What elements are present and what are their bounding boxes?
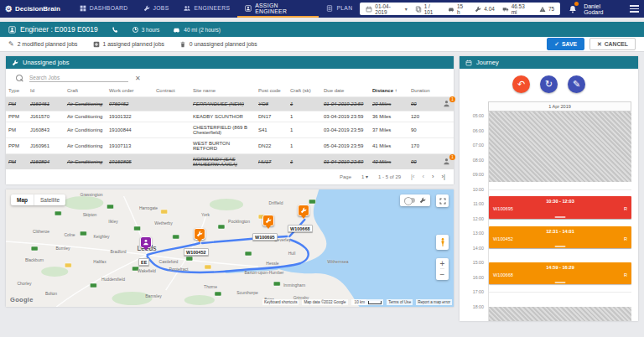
resize-handle[interactable] xyxy=(555,216,566,218)
job-map-marker[interactable] xyxy=(262,215,274,226)
city-label: Harrogate xyxy=(139,205,158,210)
next-page-button[interactable]: › xyxy=(432,173,434,180)
nav-plan[interactable]: PLAN xyxy=(319,0,360,18)
search-input[interactable] xyxy=(29,74,128,82)
city-label: Chorley xyxy=(17,281,31,286)
pegman-control[interactable] xyxy=(436,235,449,250)
pages-icon xyxy=(415,6,422,13)
city-label: Hessle xyxy=(266,261,278,266)
pencil-icon: ✎ xyxy=(573,79,580,90)
hour-label: 07:00 xyxy=(473,143,484,148)
resize-handle[interactable] xyxy=(555,246,566,247)
city-label: Wakefield xyxy=(138,268,156,273)
map-data-label: Map data ©2022 Google xyxy=(302,299,347,305)
map-background xyxy=(6,189,454,307)
job-marker-label[interactable]: W100668 xyxy=(288,225,313,232)
hamburger-menu-icon[interactable] xyxy=(630,5,639,13)
nav-jobs[interactable]: JOBS xyxy=(136,0,177,18)
hour-label: 12:00 xyxy=(473,216,484,221)
notification-badge xyxy=(574,2,579,6)
history-button[interactable]: ↻ xyxy=(540,75,558,93)
modified-count-badge: 1 xyxy=(449,96,455,102)
table-row[interactable]: PPMJ160961Air Conditioning19107113WEST B… xyxy=(6,138,454,154)
date-picker[interactable]: 01-04-2019 ▾ xyxy=(366,3,407,15)
app-window: ⚙ DecisionBrain DASHBOARD JOBS ENGINEERS… xyxy=(0,0,644,337)
hour-label: 15:00 xyxy=(473,260,484,265)
map-layer-toolbar xyxy=(400,194,430,206)
wrench-icon xyxy=(143,5,150,12)
sort-asc-icon: ↑ xyxy=(395,88,397,93)
job-map-marker[interactable] xyxy=(298,205,309,216)
job-marker-label[interactable]: W100695 xyxy=(252,233,278,241)
cancel-button[interactable]: ✕ CANCEL xyxy=(589,38,636,50)
journey-job-1[interactable]: 10:30 - 12:03 W100695 R xyxy=(489,196,631,219)
keyboard-shortcuts-link[interactable]: Keyboard shortcuts xyxy=(262,299,299,305)
resize-handle[interactable] xyxy=(555,282,566,283)
prev-page-button[interactable]: ‹ xyxy=(423,173,425,180)
job-marker-label[interactable]: W100452 xyxy=(184,248,209,256)
wrench-icon[interactable] xyxy=(419,197,426,204)
stat-toolbar: 01-04-2019 ▾ 1 / 101 15 h 4.04 46.53 mi xyxy=(360,3,560,15)
table-row[interactable]: PMJ160461Air Conditioning9760452FERRANDU… xyxy=(6,97,454,111)
journey-job-3[interactable]: 14:59 - 16:29 W100668 R xyxy=(489,262,631,284)
unassigned-jobs-panel: Unassigned jobs ✕ Type Id Cra xyxy=(6,56,454,184)
fullscreen-button[interactable] xyxy=(436,194,449,207)
map[interactable]: SettleGrassingtonHarrogateYorkPocklingto… xyxy=(6,189,454,307)
nav-assign-engineer[interactable]: ASSIGN ENGINEER xyxy=(237,0,319,18)
journey-job-2[interactable]: 12:31 - 14:01 W100452 R xyxy=(489,226,631,248)
user-menu[interactable]: Daniel Godard xyxy=(584,0,621,18)
nav-dashboard[interactable]: DASHBOARD xyxy=(72,0,136,18)
city-label: Hull xyxy=(288,251,296,256)
timeline-date-header: 1 Apr 2019 xyxy=(488,101,631,111)
edit-button[interactable]: ✎ xyxy=(568,75,585,93)
calendar-icon xyxy=(366,6,372,13)
terms-link[interactable]: Terms of Use xyxy=(387,299,413,305)
layer-toggle[interactable] xyxy=(404,198,415,203)
city-label: Burnley xyxy=(56,246,70,251)
plan-icon xyxy=(326,5,333,12)
first-page-button[interactable]: |‹ xyxy=(411,173,414,180)
table-row[interactable]: PMJ160804Air Conditioning19160805NORMAND… xyxy=(6,154,454,170)
city-label: Grassington xyxy=(80,192,103,197)
job-work-order: W100452 xyxy=(493,236,513,241)
truck-icon xyxy=(502,6,509,13)
unavailable-evening-block xyxy=(489,307,631,322)
unassigned-jobs-header: Unassigned jobs xyxy=(6,56,454,69)
zoom-in-button[interactable]: + xyxy=(440,258,445,269)
satellite-button[interactable]: Satellite xyxy=(34,194,65,205)
report-error-link[interactable]: Report a map error xyxy=(416,299,452,305)
engineer-map-marker[interactable] xyxy=(140,236,152,248)
nav-engineers[interactable]: ENGINEERS xyxy=(176,0,237,18)
city-label: Barton-upon-Humber xyxy=(245,270,284,275)
page-select[interactable]: 1 ▾ xyxy=(361,174,368,179)
wrench-icon xyxy=(196,231,203,237)
person-icon xyxy=(143,239,149,246)
table-row[interactable]: PPMJ161570Air Conditioning19101322KEADBY… xyxy=(6,111,454,122)
hour-gridline xyxy=(489,189,631,190)
brand-gear-icon: ⚙ xyxy=(5,4,13,13)
save-button[interactable]: ✓ SAVE xyxy=(547,38,584,50)
table-row[interactable]: PMJ160843Air Conditioning19100844CHESTER… xyxy=(6,122,454,138)
last-page-button[interactable]: ›| xyxy=(442,173,445,180)
job-map-marker[interactable] xyxy=(194,228,205,240)
brand-logo[interactable]: ⚙ DecisionBrain xyxy=(5,0,60,18)
brand-name: DecisionBrain xyxy=(15,5,60,13)
zoom-out-button[interactable]: − xyxy=(440,269,445,280)
undo-button[interactable]: ↶ xyxy=(512,75,530,93)
car-icon xyxy=(173,26,180,34)
timeline-hours: 05:0006:0007:0008:0009:0010:0011:0012:00… xyxy=(466,111,488,321)
notifications-button[interactable] xyxy=(569,0,577,18)
engineer-marker-label[interactable]: EE xyxy=(138,258,149,266)
hour-label: 13:00 xyxy=(473,231,484,236)
modified-count-badge: 1 xyxy=(449,154,455,160)
sorted-column-header[interactable]: Distance ↑ xyxy=(370,85,408,97)
phone-icon[interactable] xyxy=(112,26,119,34)
map-button[interactable]: Map xyxy=(11,194,34,205)
clear-search-icon[interactable]: ✕ xyxy=(135,75,141,82)
dashboard-icon xyxy=(80,5,86,12)
engineer-travel-badge: 40 mi (2 hours) xyxy=(173,26,221,34)
fullscreen-icon xyxy=(439,198,446,205)
assigned-engineer-indicator: 1 xyxy=(443,158,450,166)
stat-hours: 15 h xyxy=(448,3,467,15)
assigned-engineer-indicator: 1 xyxy=(443,100,450,108)
